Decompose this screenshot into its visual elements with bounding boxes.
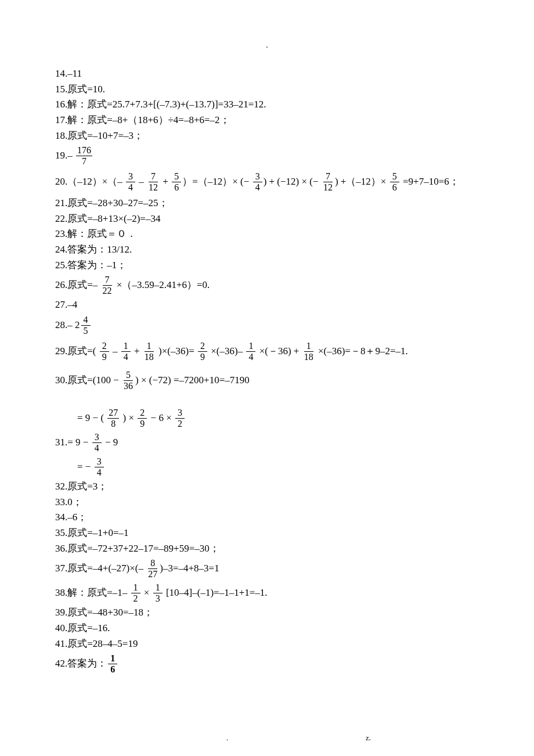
frac-den: 6 [390, 182, 399, 192]
item-31-step1-frac1: 278 [107, 408, 119, 429]
item-36-text: 36.原式=–72+37+22–17=–89+59=–30； [55, 542, 219, 556]
frac-den: 27 [147, 569, 158, 579]
item-15: 15.原式=10. [55, 82, 482, 97]
page-header-mark: . [266, 39, 268, 51]
item-16: 16.解：原式=25.7+7.3+[(–7.3)+(–13.7)]=33–21=… [55, 98, 482, 112]
item-38-frac2: 13 [153, 583, 163, 603]
item-29-seg7: ×(–36)=－8＋9–2=–1. [316, 344, 408, 359]
item-35: 35.原式=–1+0=–1 [55, 526, 482, 541]
footer-z: z. [366, 733, 371, 744]
item-40-text: 40.原式=–16. [55, 621, 110, 636]
item-20-seg6: ) +（–12）× [335, 175, 389, 189]
item-31-step3-seg1: = − [77, 460, 93, 474]
item-29: 29.原式=( 29 – 14 + 118 )×(–36)= 29 ×(–36)… [55, 338, 482, 365]
item-29-seg1: 29.原式=( [55, 344, 99, 359]
frac-num: 1 [131, 583, 140, 593]
item-29-seg4: )×(–36)= [156, 344, 197, 359]
item-18: 18.原式=–10+7=–3； [55, 129, 482, 143]
item-19-prefix: 19.– [55, 149, 75, 163]
item-31-step2: 31.= 9 − 34 − 9 [55, 431, 482, 454]
item-28-frac: 45 [81, 315, 91, 336]
frac-num: 3 [92, 433, 102, 443]
item-35-text: 35.原式=–1+0=–1 [55, 526, 129, 541]
frac-den: 4 [246, 352, 255, 362]
frac-num: 7 [149, 172, 158, 182]
item-28-seg1: 28.– 2 [55, 318, 80, 333]
item-31-step3-frac: 34 [95, 457, 104, 477]
item-24-text: 24.答案为：13/12. [55, 243, 132, 257]
frac-num: 5 [172, 172, 181, 182]
item-25-text: 25.答案为：–1； [55, 258, 127, 273]
frac-den: 2 [175, 419, 185, 429]
item-31-step3: = − 34 [77, 455, 482, 478]
item-41: 41.原式=28–4–5=19 [55, 637, 482, 651]
item-22: 22.原式=–8+13×(–2)=–34 [55, 212, 482, 226]
frac-num: 1 [145, 341, 154, 352]
frac-den: 2 [131, 593, 140, 603]
frac-den: 4 [92, 443, 102, 453]
item-31-step2-seg2: − 9 [103, 435, 118, 450]
frac-num: 4 [81, 315, 91, 326]
frac-num: 5 [124, 370, 133, 381]
frac-num: 3 [253, 172, 262, 182]
frac-num: 8 [148, 559, 157, 569]
item-26-frac: 722 [102, 275, 113, 296]
item-20-frac1: 34 [126, 172, 135, 192]
item-31-step1: = 9 − ( 278 ) × 29 − 6 × 32 [77, 406, 482, 430]
item-20-seg4: ）=（–12）× (− [182, 175, 251, 189]
item-37-seg1: 37.原式=–4+(–27)×(– [55, 561, 146, 576]
frac-den: 3 [153, 593, 163, 603]
item-37: 37.原式=–4+(–27)×(– 827 )–3=–4+8–3=1 [55, 557, 482, 580]
item-27-text: 27.–4 [55, 298, 77, 312]
item-37-seg2: )–3=–4+8–3=1 [160, 561, 219, 576]
item-31-step2-seg1: 31.= 9 − [55, 435, 91, 450]
item-20-frac3: 56 [172, 172, 181, 192]
item-34-text: 34.–6； [55, 510, 87, 525]
item-14-text: 14.–11 [55, 67, 82, 81]
frac-den: 4 [253, 182, 262, 192]
item-26: 26.原式=– 722 ×（–3.59–2.41+6）=0. [55, 273, 482, 297]
item-29-seg6: ×(－36) + [257, 344, 301, 359]
item-39-text: 39.原式=–48+30=–18； [55, 606, 153, 620]
item-30-seg1: 30.原式=(100 − [55, 373, 121, 388]
item-40: 40.原式=–16. [55, 621, 482, 636]
frac-num: 176 [76, 146, 92, 156]
item-42-seg1: 42.答案为： [55, 657, 107, 671]
item-29-frac4: 29 [198, 341, 207, 362]
item-20: 20.（–12）×（– 34 – 712 + 56 ）=（–12）× (− 34… [55, 168, 482, 195]
frac-den: 4 [126, 182, 135, 192]
item-20-seg3: + [160, 175, 171, 189]
frac-den: 4 [121, 352, 131, 362]
frac-den: 9 [198, 352, 207, 362]
frac-den: 22 [102, 286, 113, 296]
item-39: 39.原式=–48+30=–18； [55, 606, 482, 620]
item-41-text: 41.原式=28–4–5=19 [55, 637, 138, 651]
frac-num: 3 [175, 408, 185, 419]
item-31-step1-block: = 9 − ( 278 ) × 29 − 6 × 32 [77, 406, 482, 431]
frac-den: 6 [172, 182, 181, 192]
frac-den: 18 [143, 352, 155, 362]
item-28: 28.– 2 45 [55, 314, 482, 337]
item-29-seg2: – [110, 344, 120, 359]
item-21: 21.原式=–28+30–27=–25； [55, 196, 482, 211]
frac-num: 1 [304, 341, 313, 352]
footer-dot: . [226, 733, 228, 744]
item-31-step1-seg2: ) × [120, 411, 136, 426]
frac-num: 2 [198, 341, 207, 352]
frac-num: 1 [246, 341, 255, 352]
item-29-frac2: 14 [121, 341, 131, 362]
item-31-step1-seg1: = 9 − ( [77, 411, 106, 426]
frac-den: 9 [138, 419, 147, 429]
item-31-step2-frac: 34 [92, 433, 102, 453]
item-38-seg1: 38.解：原式=–1– [55, 586, 130, 600]
item-20-frac2: 712 [147, 172, 159, 192]
item-23: 23.解：原式＝０． [55, 227, 482, 242]
frac-den: 6 [108, 664, 117, 674]
item-14: 14.–11 [55, 67, 482, 81]
item-38: 38.解：原式=–1– 12 × 13 [10–4]–(–1)=–1–1+1=–… [55, 581, 482, 604]
item-33-text: 33.0； [55, 495, 82, 510]
item-20-frac6: 56 [390, 172, 399, 192]
frac-num: 2 [138, 408, 147, 419]
item-21-text: 21.原式=–28+30–27=–25； [55, 196, 168, 211]
item-20-seg7: =9+7–10=6； [400, 175, 459, 189]
